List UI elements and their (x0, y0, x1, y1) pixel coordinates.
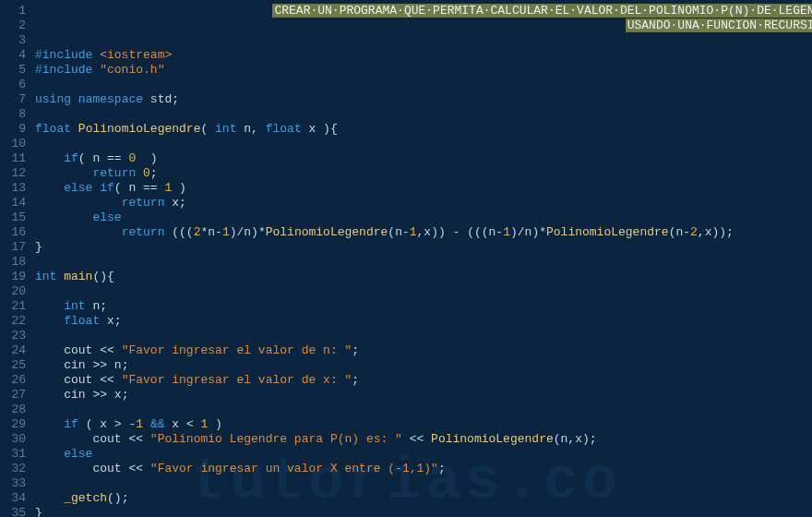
token-ws (35, 373, 64, 387)
line-number: 7 (0, 92, 26, 107)
token-tx: )/n)* (510, 225, 546, 239)
token-tx: ) (136, 151, 157, 165)
token-tx: ((( (164, 225, 193, 239)
token-kw: int (64, 299, 85, 313)
code-line[interactable] (35, 403, 812, 417)
code-line[interactable]: return (((2*n-1)/n)*PolinomioLegendre(n-… (35, 225, 812, 240)
token-kw: return (122, 196, 165, 210)
code-line[interactable]: USANDO·UNA·FUNCION·RECURSIVA (35, 18, 812, 33)
code-line[interactable] (35, 284, 812, 299)
line-number: 22 (0, 314, 26, 329)
token-tx: cout << (64, 343, 121, 357)
line-number: 12 (0, 166, 26, 181)
code-line[interactable]: int n; (35, 299, 812, 314)
code-line[interactable]: int main(){ (35, 270, 812, 284)
token-fn: PolinomioLegendre (431, 432, 554, 446)
token-tx: (n,x); (554, 432, 597, 446)
code-line[interactable]: return 0; (35, 166, 812, 181)
token-ws (35, 343, 64, 357)
token-tx: ,x)) - (((n- (417, 225, 504, 239)
line-number: 13 (0, 181, 26, 196)
token-tx: } (35, 506, 42, 517)
code-line[interactable]: cout << "Favor ingresar un valor X entre… (35, 462, 812, 476)
token-tx: << (402, 432, 431, 446)
token-ws (35, 196, 122, 210)
code-line[interactable]: cout << "Favor ingresar el valor de n: "… (35, 343, 812, 358)
token-tx (143, 417, 150, 431)
code-line[interactable] (35, 137, 812, 151)
code-line[interactable]: else (35, 210, 812, 225)
token-ws (35, 225, 122, 239)
code-line[interactable] (35, 255, 812, 270)
token-tx: n, (236, 122, 265, 136)
token-kw: if (64, 417, 78, 431)
token-tx (71, 122, 78, 136)
token-tx: ( (200, 122, 215, 136)
token-tx: (n- (669, 225, 690, 239)
line-number: 29 (0, 417, 26, 432)
code-line[interactable]: #include <iostream> (35, 48, 812, 63)
token-st: "Polinomio Legendre para P(n) es: " (150, 432, 402, 446)
code-line[interactable]: float PolinomioLegendre( int n, float x … (35, 122, 812, 137)
token-tx: cout << (64, 373, 121, 387)
token-tx: ; (352, 343, 359, 357)
code-line[interactable] (35, 476, 812, 491)
token-nm: 1 (222, 225, 230, 239)
code-editor[interactable]: 1234567891011121314151617181920212223242… (0, 0, 812, 517)
token-ws (35, 358, 64, 372)
token-tx (71, 92, 78, 106)
line-number: 20 (0, 284, 26, 299)
line-number: 33 (0, 476, 26, 491)
code-area[interactable]: CREAR·UN·PROGRAMA·QUE·PERMITA·CALCULAR·E… (35, 4, 812, 513)
line-number: 3 (0, 33, 26, 48)
token-fn: main (64, 270, 92, 283)
line-number: 35 (0, 506, 26, 517)
token-st: "Favor ingresar un valor X entre (-1,1)" (150, 462, 438, 475)
token-pp: #include (35, 48, 100, 62)
token-st: "Favor ingresar el valor de x: " (122, 373, 352, 387)
line-number: 32 (0, 462, 26, 476)
token-ws (35, 18, 626, 32)
token-ws (35, 314, 64, 328)
code-line[interactable]: float x; (35, 314, 812, 329)
code-line[interactable]: else if( n == 1 ) (35, 181, 812, 196)
code-line[interactable] (35, 329, 812, 343)
token-pp: #include (35, 63, 100, 77)
token-hlcmt: CREAR·UN·PROGRAMA·QUE·PERMITA·CALCULAR·E… (272, 4, 812, 18)
token-ws (35, 447, 64, 461)
code-line[interactable]: if ( x > -1 && x < 1 ) (35, 417, 812, 432)
token-tx: std; (143, 92, 179, 106)
code-line[interactable]: else (35, 447, 812, 462)
token-ws (35, 166, 92, 180)
code-line[interactable]: #include "conio.h" (35, 63, 812, 78)
token-fn: _getch (64, 491, 107, 505)
line-number: 11 (0, 151, 26, 166)
token-tx: ; (438, 462, 446, 475)
token-tx: cout << (92, 432, 149, 446)
code-line[interactable]: } (35, 240, 812, 255)
code-line[interactable]: return x; (35, 196, 812, 210)
line-number: 26 (0, 373, 26, 388)
code-line[interactable] (35, 33, 812, 48)
code-line[interactable]: cout << "Polinomio Legendre para P(n) es… (35, 432, 812, 447)
token-nm: 1 (503, 225, 510, 239)
token-kw: int (215, 122, 236, 136)
token-nm: 1 (136, 417, 143, 431)
code-line[interactable]: _getch(); (35, 491, 812, 506)
code-line[interactable]: cout << "Favor ingresar el valor de x: "… (35, 373, 812, 388)
code-line[interactable]: CREAR·UN·PROGRAMA·QUE·PERMITA·CALCULAR·E… (35, 4, 812, 18)
code-line[interactable]: if( n == 0 ) (35, 151, 812, 166)
token-tx: x; (100, 314, 121, 328)
code-line[interactable]: using namespace std; (35, 92, 812, 107)
line-number: 18 (0, 255, 26, 270)
line-number: 15 (0, 210, 26, 225)
token-tx: ; (352, 373, 359, 387)
token-ws (35, 432, 92, 446)
code-line[interactable]: } (35, 506, 812, 517)
token-tx: x < (164, 417, 200, 431)
code-line[interactable]: cin >> n; (35, 358, 812, 373)
token-ws (35, 388, 64, 402)
code-line[interactable] (35, 107, 812, 122)
code-line[interactable]: cin >> x; (35, 388, 812, 403)
code-line[interactable] (35, 78, 812, 92)
